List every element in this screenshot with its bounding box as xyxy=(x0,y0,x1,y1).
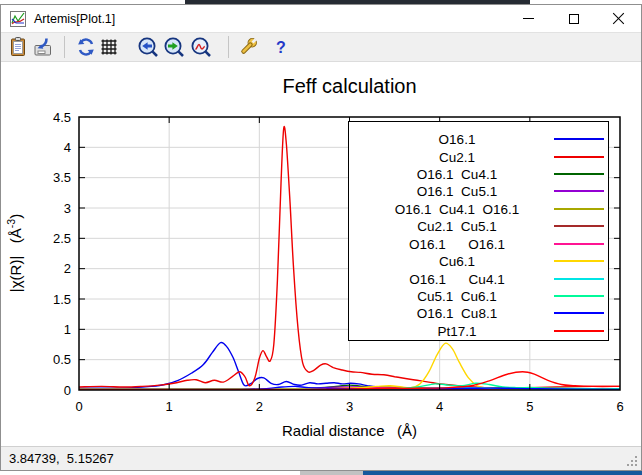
toolbar-separator xyxy=(228,36,229,58)
legend-item-label: Cu2.1 Cu5.1 xyxy=(349,219,565,234)
statusbar: 3.84739, 5.15267 xyxy=(1,446,641,470)
y-tick-label: 2.5 xyxy=(53,231,71,246)
y-tick-label: 0 xyxy=(64,383,71,398)
grid-icon xyxy=(98,36,120,58)
legend-item: Cu2.1 Cu5.1 xyxy=(349,218,608,235)
y-tick-label: 3.5 xyxy=(53,170,71,185)
y-tick-label: 4.5 xyxy=(53,110,71,125)
legend-item-label: Cu2.1 xyxy=(349,149,565,164)
legend-item: O16.1 Cu4.1 xyxy=(349,270,608,287)
legend-item: Cu2.1 xyxy=(349,148,608,165)
legend: O16.1Cu2.1O16.1 Cu4.1O16.1 Cu5.1O16.1 Cu… xyxy=(348,121,609,341)
legend-item-label: O16.1 Cu8.1 xyxy=(349,306,565,321)
x-tick-label: 5 xyxy=(526,399,533,414)
legend-item-line xyxy=(554,225,604,227)
help-icon: ? xyxy=(270,36,292,58)
y-tick-label: 4 xyxy=(64,140,71,155)
y-tick-label: 2 xyxy=(64,261,71,276)
save-plot-button[interactable] xyxy=(32,36,54,58)
zoom-previous-icon xyxy=(137,36,159,58)
preferences-button[interactable] xyxy=(237,36,259,58)
legend-item-line xyxy=(554,295,604,297)
legend-item-line xyxy=(554,190,604,192)
x-tick-label: 1 xyxy=(166,399,173,414)
legend-item-line xyxy=(554,260,604,262)
window-title: Artemis[Plot.1] xyxy=(34,12,115,26)
screen: Artemis[Plot.1] xyxy=(0,0,642,475)
app-icon xyxy=(10,11,26,27)
legend-item-line xyxy=(554,156,604,158)
legend-item-line xyxy=(554,330,604,332)
titlebar[interactable]: Artemis[Plot.1] xyxy=(1,5,641,32)
legend-item: Cu5.1 Cu6.1 xyxy=(349,287,608,304)
resize-grip[interactable] xyxy=(635,464,637,466)
x-axis-label: Radial distance (Å) xyxy=(282,422,417,439)
legend-item-label: O16.1 Cu5.1 xyxy=(349,184,565,199)
toolbar-separator xyxy=(64,36,65,58)
legend-item: O16.1 Cu4.1 O16.1 xyxy=(349,200,608,217)
maximize-icon xyxy=(569,14,579,24)
legend-item: O16.1 O16.1 xyxy=(349,235,608,252)
toolbar: ? xyxy=(1,32,641,62)
x-tick-label: 0 xyxy=(75,399,82,414)
legend-item-label: O16.1 xyxy=(349,132,565,147)
plot-panel: 012345600.511.522.533.544.5Feff calculat… xyxy=(1,62,641,446)
legend-item-line xyxy=(554,138,604,140)
x-tick-label: 6 xyxy=(616,399,623,414)
legend-item-label: Pt17.1 xyxy=(349,323,565,338)
zoom-previous-button[interactable] xyxy=(137,36,159,58)
y-tick-label: 1.5 xyxy=(53,292,71,307)
minimize-button[interactable] xyxy=(506,5,551,32)
legend-item-label: O16.1 Cu4.1 O16.1 xyxy=(349,201,565,216)
zoom-next-icon xyxy=(163,36,185,58)
minimize-icon xyxy=(523,18,534,19)
y-tick-label: 0.5 xyxy=(53,352,71,367)
preferences-wrench-icon xyxy=(237,36,259,58)
legend-item-label: O16.1 Cu4.1 xyxy=(349,271,565,286)
y-axis-label: |χ(R)| (Å-3) xyxy=(5,214,24,292)
zoom-next-button[interactable] xyxy=(163,36,185,58)
legend-item: O16.1 Cu8.1 xyxy=(349,305,608,322)
window-controls xyxy=(506,5,641,32)
zoom-region-icon xyxy=(190,36,212,58)
clipboard-icon xyxy=(7,36,29,58)
legend-item-line xyxy=(554,243,604,245)
legend-item-line xyxy=(554,278,604,280)
grid-toggle-button[interactable] xyxy=(98,36,120,58)
legend-item: Cu6.1 xyxy=(349,253,608,270)
legend-item-label: O16.1 O16.1 xyxy=(349,236,565,251)
legend-item: Pt17.1 xyxy=(349,322,608,339)
svg-text:?: ? xyxy=(276,39,286,56)
help-button[interactable]: ? xyxy=(270,36,292,58)
legend-item-line xyxy=(554,173,604,175)
replot-icon xyxy=(75,36,97,58)
plot-title: Feff calculation xyxy=(282,75,416,97)
artemis-plot-window: Artemis[Plot.1] xyxy=(0,4,642,471)
cursor-coordinates: 3.84739, 5.15267 xyxy=(1,451,114,466)
x-tick-label: 4 xyxy=(436,399,443,414)
legend-item-label: Cu6.1 xyxy=(349,254,565,269)
legend-item: O16.1 Cu5.1 xyxy=(349,183,608,200)
close-icon xyxy=(612,12,625,25)
maximize-button[interactable] xyxy=(551,5,596,32)
background-window-strip-bottom-blue xyxy=(363,471,642,475)
save-plot-icon xyxy=(32,36,54,58)
legend-item-label: O16.1 Cu4.1 xyxy=(349,167,565,182)
zoom-region-button[interactable] xyxy=(190,36,212,58)
legend-item-line xyxy=(554,312,604,314)
y-tick-label: 3 xyxy=(64,201,71,216)
clipboard-button[interactable] xyxy=(7,36,29,58)
y-tick-label: 1 xyxy=(64,322,71,337)
x-tick-label: 2 xyxy=(256,399,263,414)
x-tick-label: 3 xyxy=(346,399,353,414)
legend-item-label: Cu5.1 Cu6.1 xyxy=(349,289,565,304)
legend-item: O16.1 Cu4.1 xyxy=(349,165,608,182)
replot-button[interactable] xyxy=(75,36,97,58)
close-button[interactable] xyxy=(596,5,641,32)
background-window-strip-bottom-gray xyxy=(300,471,363,475)
legend-item: O16.1 xyxy=(349,131,608,148)
legend-item-line xyxy=(554,208,604,210)
